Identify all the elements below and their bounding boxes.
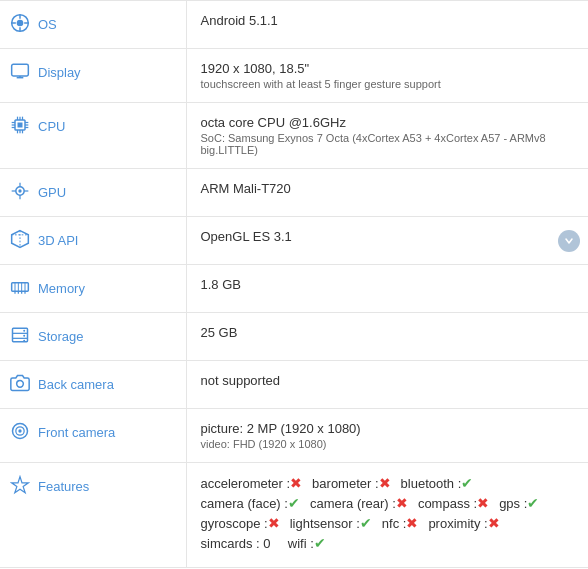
os-icon [10,13,30,36]
feature-item: gps : ✔ [499,495,539,511]
check-icon: ✔ [360,515,372,531]
label-text-display: Display [38,65,81,80]
row-features: Features accelerometer : ✖barometer : ✖b… [0,463,588,568]
row-frontcamera: Front camera picture: 2 MP (1920 x 1080)… [0,409,588,463]
label-cell-features: Features [0,463,186,568]
svg-rect-6 [12,64,29,76]
value-sub-frontcamera: video: FHD (1920 x 1080) [201,438,575,450]
value-cell-cpu: octa core CPU @1.6GHzSoC: Samsung Exynos… [186,103,588,169]
cross-icon: ✖ [406,515,418,531]
label-text-frontcamera: Front camera [38,425,115,440]
row-display: Display 1920 x 1080, 18.5"touchscreen wi… [0,49,588,103]
value-main-memory: 1.8 GB [201,277,575,292]
feature-item: camera (rear) : ✖ [310,495,408,511]
row-os: OS Android 5.1.1 [0,1,588,49]
value-cell-storage: 25 GB [186,313,588,361]
label-inner-gpu: GPU [10,181,176,204]
feature-line: accelerometer : ✖barometer : ✖bluetooth … [201,475,575,491]
label-cell-memory: Memory [0,265,186,313]
row-gpu: GPU ARM Mali-T720 [0,169,588,217]
row-cpu: CPU octa core CPU @1.6GHzSoC: Samsung Ex… [0,103,588,169]
row-3dapi: 3D API OpenGL ES 3.1 [0,217,588,265]
value-main-gpu: ARM Mali-T720 [201,181,575,196]
features-icon [10,475,30,498]
feature-item: simcards : 0 [201,536,278,551]
gpu-icon [10,181,30,204]
chevron-down-icon [564,236,574,246]
value-main-storage: 25 GB [201,325,575,340]
label-cell-gpu: GPU [0,169,186,217]
feature-item: proximity : ✖ [428,515,499,531]
label-inner-3dapi: 3D API [10,229,176,252]
label-inner-frontcamera: Front camera [10,421,176,444]
label-text-memory: Memory [38,281,85,296]
label-text-features: Features [38,479,89,494]
label-inner-memory: Memory [10,277,176,300]
check-icon: ✔ [461,475,473,491]
label-inner-display: Display [10,61,176,84]
cross-icon: ✖ [268,515,280,531]
storage-icon [10,325,30,348]
value-sub-display: touchscreen with at least 5 finger gestu… [201,78,575,90]
feature-item: gyroscope : ✖ [201,515,280,531]
value-cell-3dapi: OpenGL ES 3.1 [186,217,588,265]
label-text-os: OS [38,17,57,32]
value-main-3dapi: OpenGL ES 3.1 [201,229,575,244]
svg-point-47 [18,429,21,432]
label-text-backcamera: Back camera [38,377,114,392]
feature-item: camera (face) : ✔ [201,495,300,511]
svg-point-24 [18,189,21,192]
value-cell-memory: 1.8 GB [186,265,588,313]
backcamera-icon [10,373,30,396]
svg-rect-10 [18,123,23,128]
value-main-cpu: octa core CPU @1.6GHz [201,115,575,130]
row-memory: Memory 1.8 GB [0,265,588,313]
value-main-frontcamera: picture: 2 MP (1920 x 1080) [201,421,575,436]
frontcamera-icon [10,421,30,444]
value-cell-features: accelerometer : ✖barometer : ✖bluetooth … [186,463,588,568]
svg-point-43 [23,340,25,342]
svg-rect-29 [12,283,29,291]
feature-line: simcards : 0 wifi : ✔ [201,535,575,551]
label-cell-cpu: CPU [0,103,186,169]
label-cell-frontcamera: Front camera [0,409,186,463]
feature-item: nfc : ✖ [382,515,419,531]
cross-icon: ✖ [477,495,489,511]
3dapi-icon [10,229,30,252]
label-text-cpu: CPU [38,119,65,134]
feature-item: accelerometer : ✖ [201,475,303,491]
cross-icon: ✖ [488,515,500,531]
value-sub-cpu: SoC: Samsung Exynos 7 Octa (4xCortex A53… [201,132,575,156]
cross-icon: ✖ [290,475,302,491]
value-main-os: Android 5.1.1 [201,13,575,28]
value-cell-backcamera: not supported [186,361,588,409]
feature-line: gyroscope : ✖lightsensor : ✔nfc : ✖proxi… [201,515,575,531]
label-cell-storage: Storage [0,313,186,361]
label-cell-backcamera: Back camera [0,361,186,409]
value-cell-display: 1920 x 1080, 18.5"touchscreen with at le… [186,49,588,103]
cross-icon: ✖ [396,495,408,511]
label-inner-features: Features [10,475,176,498]
label-cell-3dapi: 3D API [0,217,186,265]
value-cell-frontcamera: picture: 2 MP (1920 x 1080)video: FHD (1… [186,409,588,463]
svg-point-42 [23,335,25,337]
row-backcamera: Back camera not supported [0,361,588,409]
label-inner-backcamera: Back camera [10,373,176,396]
check-icon: ✔ [527,495,539,511]
feature-item: bluetooth : ✔ [401,475,474,491]
spec-table: OS Android 5.1.1 Display 1920 x 1080, 18… [0,0,588,568]
value-main-backcamera: not supported [201,373,575,388]
row-storage: Storage 25 GB [0,313,588,361]
label-inner-cpu: CPU [10,115,176,138]
feature-item: compass : ✖ [418,495,489,511]
value-cell-os: Android 5.1.1 [186,1,588,49]
label-inner-storage: Storage [10,325,176,348]
value-main-display: 1920 x 1080, 18.5" [201,61,575,76]
display-icon [10,61,30,84]
chevron-button-3dapi[interactable] [558,230,580,252]
feature-item: wifi : ✔ [288,535,326,551]
feature-item: lightsensor : ✔ [290,515,372,531]
cpu-icon [10,115,30,138]
label-text-gpu: GPU [38,185,66,200]
label-text-3dapi: 3D API [38,233,78,248]
